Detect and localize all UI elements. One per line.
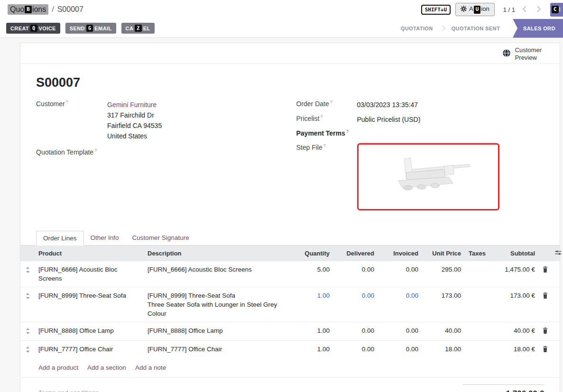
cell-spacer: [551, 322, 561, 340]
breadcrumb: QuoBions / S00007: [8, 4, 83, 15]
action-label: AUion: [469, 5, 489, 13]
cell-taxes[interactable]: [465, 261, 489, 287]
table-row: [FURN_8888] Office Lamp [FURN_8888] Offi…: [20, 322, 561, 340]
handle-column-header: [20, 246, 35, 261]
cell-spacer: [551, 287, 561, 322]
column-header-invoiced: Invoiced: [378, 246, 422, 261]
payment-terms-label: Payment Terms?: [296, 129, 357, 137]
column-header-unit-price: Unit Price: [422, 246, 465, 261]
chevron-left-icon: [523, 7, 526, 14]
close-button[interactable]: Cl: [550, 3, 563, 17]
pricelist-value[interactable]: Public Pricelist (USD): [357, 114, 421, 125]
column-header-description: Description: [144, 246, 286, 261]
form-sheet: Customer Preview S00007 Customer? Gemini…: [20, 43, 560, 392]
cell-taxes[interactable]: [465, 322, 489, 340]
hint-close: C: [552, 6, 559, 13]
cell-quantity[interactable]: 1.00: [286, 340, 333, 359]
cell-product[interactable]: [FURN_6666] Acoustic Bloc Screens: [35, 261, 144, 287]
status-step-sales-order[interactable]: SALES ORD: [513, 19, 563, 38]
cell-quantity[interactable]: 1.00: [286, 322, 333, 340]
breadcrumb-quotations[interactable]: QuoBions: [8, 4, 48, 15]
cell-subtotal: 40.00 €: [489, 322, 539, 340]
shortcut-hint-box: SHIFT+U: [421, 5, 451, 15]
terms-placeholder[interactable]: Terms and conditions...: [38, 384, 104, 392]
customer-link[interactable]: Gemini Furniture: [107, 101, 157, 109]
help-icon: ?: [321, 114, 323, 119]
cell-invoiced[interactable]: 0.00: [378, 322, 422, 340]
address-line: Fairfield CA 94535: [107, 120, 162, 131]
cell-invoiced[interactable]: 0.00: [378, 287, 422, 322]
cell-unit-price[interactable]: 173.00: [422, 287, 465, 322]
customer-preview-button[interactable]: Customer Preview: [502, 46, 542, 61]
status-step-quotation-sent[interactable]: QUOTATION SENT: [444, 26, 507, 31]
order-date-value[interactable]: 03/03/2023 13:35:47: [357, 100, 418, 110]
cell-delivered[interactable]: 0.00: [333, 340, 378, 359]
drag-handle-icon[interactable]: [20, 340, 35, 359]
cell-unit-price[interactable]: 18.00: [422, 340, 465, 359]
sheet-footer: Terms and conditions... Total: 1,706.00 …: [20, 378, 560, 392]
hint-breadcrumb: B: [25, 6, 32, 13]
cell-unit-price[interactable]: 295.00: [422, 261, 465, 287]
cell-description[interactable]: [FURN_7777] Office Chair: [144, 340, 286, 359]
trash-column-header: [539, 246, 551, 261]
record-title: S00007: [36, 75, 544, 90]
hint-cancel: Z: [135, 25, 141, 32]
drag-handle-icon[interactable]: [20, 261, 35, 287]
trash-icon[interactable]: [539, 261, 551, 287]
cell-quantity[interactable]: 1.00: [286, 287, 333, 322]
drag-handle-icon[interactable]: [20, 322, 35, 340]
trash-icon[interactable]: [539, 322, 551, 340]
cell-taxes[interactable]: [465, 340, 489, 359]
order-lines-table: Product Description Quantity Delivered I…: [20, 246, 561, 359]
address-line: United States: [107, 131, 162, 141]
cell-invoiced[interactable]: 0.00: [378, 340, 422, 359]
trash-icon[interactable]: [539, 340, 551, 359]
cell-invoiced[interactable]: 0.00: [378, 261, 422, 287]
create-invoice-button[interactable]: CREATQVOICE: [6, 23, 60, 34]
tab-other-info[interactable]: Other Info: [84, 231, 126, 245]
column-header-product: Product: [35, 246, 144, 261]
pager-counter: 1 / 1: [503, 6, 515, 13]
cell-quantity[interactable]: 5.00: [286, 261, 333, 287]
trash-icon[interactable]: [539, 287, 551, 322]
status-step-quotation[interactable]: QUOTATION: [394, 26, 440, 31]
cell-description[interactable]: [FURN_8888] Office Lamp: [144, 322, 286, 340]
breadcrumb-separator: /: [52, 5, 54, 14]
send-email-button[interactable]: SENDGEMAIL: [65, 23, 116, 34]
pager-previous-button[interactable]: [520, 6, 529, 14]
table-row: [FURN_6666] Acoustic Bloc Screens [FURN_…: [20, 261, 561, 287]
cell-delivered[interactable]: 0.00: [333, 261, 378, 287]
tab-customer-signature[interactable]: Customer Signature: [126, 231, 196, 245]
record-action-buttons: CREATQVOICE SENDGEMAIL CAZEL: [6, 23, 155, 34]
quotation-template-label: Quotation Template?: [36, 148, 107, 156]
column-header-delivered: Delivered: [333, 246, 378, 261]
cell-delivered[interactable]: 0.00: [333, 287, 378, 322]
table-row: [FURN_7777] Office Chair [FURN_7777] Off…: [20, 340, 561, 359]
step-file-image[interactable]: [357, 143, 499, 210]
cell-product[interactable]: [FURN_8999] Three-Seat Sofa: [35, 287, 144, 322]
tab-order-lines[interactable]: Order Lines: [36, 231, 84, 246]
cell-unit-price[interactable]: 40.00: [422, 322, 465, 340]
breadcrumb-record: S00007: [57, 5, 83, 14]
cell-taxes[interactable]: [465, 287, 489, 322]
cancel-button[interactable]: CAZEL: [121, 23, 155, 34]
cell-description[interactable]: [FURN_8999] Three-Seat Sofa Three Seater…: [144, 287, 286, 322]
cell-delivered[interactable]: 0.00: [333, 322, 378, 340]
add-a-note-link[interactable]: Add a note: [135, 364, 166, 371]
cell-product[interactable]: [FURN_8888] Office Lamp: [35, 322, 144, 340]
help-icon: ?: [94, 148, 97, 153]
cell-description[interactable]: [FURN_6666] Acoustic Bloc Screens: [144, 261, 286, 287]
help-icon: ?: [66, 100, 68, 104]
help-icon: ?: [323, 143, 326, 148]
cell-product[interactable]: [FURN_7777] Office Chair: [35, 340, 144, 359]
drag-handle-icon[interactable]: [20, 287, 35, 322]
add-a-product-link[interactable]: Add a product: [38, 364, 78, 371]
pager-next-button[interactable]: [534, 6, 544, 14]
add-a-section-link[interactable]: Add a section: [87, 364, 126, 371]
gear-icon: [461, 6, 467, 13]
action-menu-button[interactable]: AUion: [455, 3, 495, 16]
optional-columns-icon[interactable]: [555, 250, 562, 257]
cell-subtotal: 1,475.00 €: [489, 261, 539, 287]
topbar-right-controls: SHIFT+U AUion 1 / 1: [421, 0, 563, 19]
column-header-taxes: Taxes: [465, 246, 489, 261]
